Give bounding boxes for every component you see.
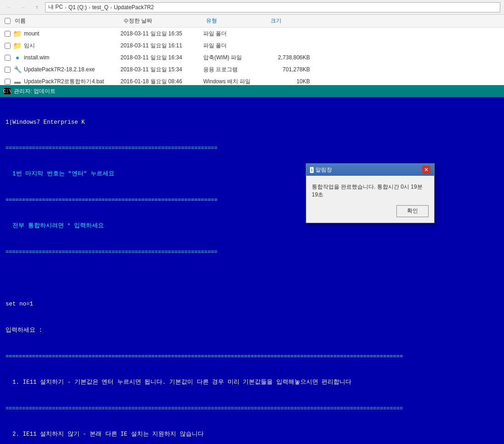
col-header-size[interactable]: 크기 xyxy=(270,17,316,25)
col-header-type[interactable]: 유형 xyxy=(206,17,270,25)
file-type: Windows 배치 파일 xyxy=(203,78,268,86)
cmd-line: 전부 통합하시려면 * 입력하세요 xyxy=(6,222,498,231)
cmd-icon: C:\ xyxy=(4,87,11,95)
file-date: 2018-03-11 일요일 16:35 xyxy=(120,30,203,38)
row-checkbox[interactable] xyxy=(5,79,11,85)
file-type: 파일 폴더 xyxy=(203,30,268,38)
address-part-3: UpdatePack7R2 xyxy=(114,4,154,11)
cmd-line: ========================================… xyxy=(6,404,498,413)
cmd-title: 관리자: 업데이트 xyxy=(14,87,56,95)
file-list: 📁 mount 2018-03-11 일요일 16:35 파일 폴더 📁 임시 … xyxy=(0,28,504,87)
row-checkbox[interactable] xyxy=(5,43,11,49)
cmd-line: 1|Windows7 Enterprise K xyxy=(6,118,498,127)
cmd-window: C:\ 관리자: 업데이트 1|Windows7 Enterprise K ==… xyxy=(0,85,504,444)
address-part-1: Q1 (Q:) xyxy=(69,4,87,11)
cmd-line xyxy=(6,274,498,283)
alert-close-button[interactable]: ✕ xyxy=(422,166,430,174)
col-header-name[interactable]: 이름 xyxy=(13,17,123,25)
alert-titlebar: i 알림창 ✕ xyxy=(306,164,434,176)
alert-body: 통합작업을 완료했습니다. 통합시간 0시 19분 19초 확인 xyxy=(306,176,434,223)
file-date: 2018-03-11 일요일 16:34 xyxy=(120,54,203,62)
cmd-line: ========================================… xyxy=(6,144,498,153)
file-size: 10KB xyxy=(268,78,314,85)
table-row[interactable]: 📁 mount 2018-03-11 일요일 16:35 파일 폴더 xyxy=(0,28,504,40)
cmd-line: ========================================… xyxy=(6,352,498,361)
row-checkbox[interactable] xyxy=(5,31,11,37)
alert-ok-button[interactable]: 확인 xyxy=(396,205,429,217)
cmd-titlebar: C:\ 관리자: 업데이트 xyxy=(0,85,504,97)
file-name: mount xyxy=(24,30,120,37)
back-button[interactable]: ← xyxy=(4,2,15,13)
alert-title: 알림창 xyxy=(315,166,332,174)
cmd-body[interactable]: 1|Windows7 Enterprise K ================… xyxy=(0,97,504,444)
file-type: 파일 폴더 xyxy=(203,42,268,50)
col-header-date[interactable]: 수정한 날짜 xyxy=(123,17,206,25)
cmd-line: set no=1 xyxy=(6,300,498,309)
file-type: 압축(WIM) 파일 xyxy=(203,54,268,62)
cmd-line: 입력하세요 : xyxy=(6,326,498,335)
alert-dialog: i 알림창 ✕ 통합작업을 완료했습니다. 통합시간 0시 19분 19초 확인 xyxy=(306,163,435,223)
table-row[interactable]: ● install.wim 2018-03-11 일요일 16:34 압축(WI… xyxy=(0,52,504,63)
table-row[interactable]: 📁 임시 2018-03-11 일요일 16:11 파일 폴더 xyxy=(0,40,504,52)
cmd-line: 2. IE11 설치하지 않기 - 본래 다른 IE 설치는 지원하지 않습니다 xyxy=(6,430,498,439)
file-date: 2018-03-11 일요일 15:34 xyxy=(120,66,203,74)
address-bar[interactable]: 내 PC › Q1 (Q:) › test_Q › UpdatePack7R2 xyxy=(45,2,500,12)
cmd-line: 1. IE11 설치하기 - 기본값은 엔터 누르시면 됩니다. 기본값이 다른… xyxy=(6,378,498,387)
alert-icon: i xyxy=(310,167,314,173)
up-button[interactable]: ↑ xyxy=(31,2,42,13)
file-size: 701,278KB xyxy=(268,66,314,73)
file-date: 2018-03-11 일요일 16:11 xyxy=(120,42,203,50)
file-size: 2,738,806KB xyxy=(268,54,314,61)
address-part-2: test_Q xyxy=(92,4,108,11)
row-checkbox[interactable] xyxy=(5,55,11,61)
file-name: UpdatePack7R2-18.2.18.exe xyxy=(24,66,120,73)
exe-icon: 🔧 xyxy=(13,65,22,74)
folder-icon: 📁 xyxy=(13,29,22,38)
bat-icon: ▬ xyxy=(13,77,22,86)
file-name: 임시 xyxy=(24,42,120,50)
forward-button[interactable]: → xyxy=(17,2,29,13)
folder-icon: 📁 xyxy=(13,41,22,50)
alert-message: 통합작업을 완료했습니다. 통합시간 0시 19분 19초 xyxy=(312,183,429,199)
wim-icon: ● xyxy=(13,53,22,62)
table-row[interactable]: 🔧 UpdatePack7R2-18.2.18.exe 2018-03-11 일… xyxy=(0,63,504,75)
file-type: 응용 프로그램 xyxy=(203,66,268,74)
file-name: UpdatePack7R2로통합하기4.bat xyxy=(24,78,120,86)
explorer-topbar: ← → ↑ 내 PC › Q1 (Q:) › test_Q › UpdatePa… xyxy=(0,0,504,15)
row-checkbox[interactable] xyxy=(5,67,11,73)
file-name: install.wim xyxy=(24,54,120,61)
cmd-line: ========================================… xyxy=(6,248,498,257)
select-all-checkbox[interactable] xyxy=(2,18,13,24)
file-date: 2016-01-18 월요일 08:46 xyxy=(120,78,203,86)
column-header: 이름 수정한 날짜 유형 크기 xyxy=(0,15,504,28)
address-part-0: 내 PC xyxy=(48,3,63,11)
